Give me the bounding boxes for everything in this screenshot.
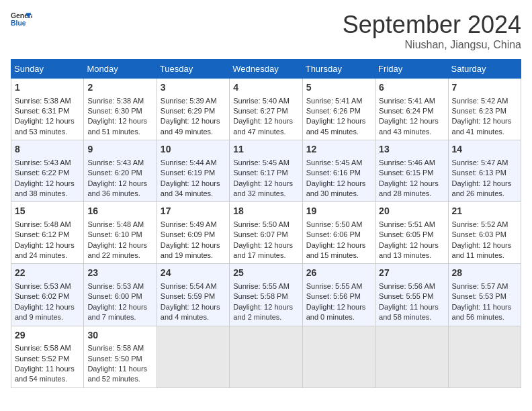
cell-info-line: and 47 minutes.: [233, 127, 298, 137]
day-number: 1: [15, 81, 80, 95]
cell-info-line: Sunrise: 5:48 AM: [15, 220, 80, 230]
svg-text:Blue: Blue: [11, 19, 26, 27]
calendar-cell: [302, 326, 375, 387]
cell-info-line: Sunrise: 5:54 AM: [161, 281, 226, 291]
cell-info-line: Sunset: 6:09 PM: [161, 230, 226, 240]
cell-info-line: Daylight: 12 hours: [306, 302, 371, 312]
calendar-cell: 9Sunrise: 5:43 AMSunset: 6:20 PMDaylight…: [84, 140, 157, 202]
cell-info-line: Daylight: 12 hours: [452, 116, 517, 126]
cell-info-line: Sunset: 5:53 PM: [452, 291, 517, 302]
cell-info-line: and 38 minutes.: [15, 189, 80, 199]
cell-info-line: Sunset: 6:02 PM: [15, 291, 80, 302]
cell-info-line: and 52 minutes.: [87, 374, 152, 384]
cell-info-line: Sunset: 6:15 PM: [379, 168, 444, 178]
calendar-cell: 21Sunrise: 5:52 AMSunset: 6:03 PMDayligh…: [448, 202, 521, 264]
cell-info-line: Sunset: 6:06 PM: [306, 230, 371, 240]
cell-info-line: Daylight: 12 hours: [379, 179, 444, 189]
cell-info-line: and 24 minutes.: [15, 250, 80, 261]
day-number: 27: [379, 267, 444, 280]
col-header-wednesday: Wednesday: [230, 60, 302, 79]
cell-info-line: Sunrise: 5:46 AM: [379, 158, 444, 168]
cell-info-line: Sunrise: 5:50 AM: [233, 220, 298, 230]
cell-info-line: Sunrise: 5:49 AM: [161, 220, 226, 230]
cell-info-line: and 53 minutes.: [15, 127, 80, 137]
logo: General Blue: [11, 11, 32, 27]
cell-info-line: Sunrise: 5:51 AM: [379, 220, 444, 230]
cell-info-line: Sunrise: 5:52 AM: [452, 220, 517, 230]
day-number: 15: [15, 205, 80, 218]
cell-info-line: Sunrise: 5:39 AM: [161, 96, 226, 106]
day-number: 26: [306, 267, 371, 280]
cell-info-line: Sunrise: 5:42 AM: [452, 96, 517, 106]
calendar-cell: 11Sunrise: 5:45 AMSunset: 6:17 PMDayligh…: [230, 140, 302, 202]
calendar-cell: [448, 326, 521, 387]
calendar-cell: 7Sunrise: 5:42 AMSunset: 6:23 PMDaylight…: [448, 79, 521, 140]
cell-info-line: Sunset: 6:20 PM: [87, 168, 152, 178]
calendar-cell: 14Sunrise: 5:47 AMSunset: 6:13 PMDayligh…: [448, 140, 521, 202]
day-number: 3: [161, 81, 226, 95]
cell-info-line: Sunrise: 5:38 AM: [15, 96, 80, 106]
cell-info-line: Sunset: 6:13 PM: [452, 168, 517, 178]
page-header: General Blue September 2024 Niushan, Jia…: [11, 11, 521, 51]
cell-info-line: Sunrise: 5:48 AM: [87, 220, 152, 230]
cell-info-line: Sunrise: 5:40 AM: [233, 96, 298, 106]
cell-info-line: Sunset: 6:26 PM: [306, 106, 371, 116]
cell-info-line: and 36 minutes.: [87, 189, 152, 199]
cell-info-line: and 43 minutes.: [379, 127, 444, 137]
cell-info-line: Daylight: 12 hours: [15, 116, 80, 126]
cell-info-line: Sunrise: 5:58 AM: [87, 343, 152, 353]
cell-info-line: Sunrise: 5:53 AM: [15, 281, 80, 291]
day-number: 10: [161, 143, 226, 156]
cell-info-line: Daylight: 11 hours: [15, 364, 80, 374]
cell-info-line: and 22 minutes.: [87, 250, 152, 261]
day-number: 17: [161, 205, 226, 218]
calendar-cell: 6Sunrise: 5:41 AMSunset: 6:24 PMDaylight…: [375, 79, 448, 140]
cell-info-line: Sunset: 5:50 PM: [87, 354, 152, 364]
cell-info-line: Sunset: 5:56 PM: [306, 291, 371, 302]
calendar-cell: 1Sunrise: 5:38 AMSunset: 6:31 PMDaylight…: [11, 79, 84, 140]
cell-info-line: and 30 minutes.: [306, 189, 371, 199]
cell-info-line: and 7 minutes.: [87, 312, 152, 322]
day-number: 21: [452, 205, 517, 218]
calendar-cell: [230, 326, 302, 387]
cell-info-line: Sunrise: 5:38 AM: [87, 96, 152, 106]
month-title: September 2024: [343, 11, 521, 39]
cell-info-line: Sunset: 6:07 PM: [233, 230, 298, 240]
cell-info-line: Sunset: 6:17 PM: [233, 168, 298, 178]
cell-info-line: Sunrise: 5:44 AM: [161, 158, 226, 168]
cell-info-line: and 28 minutes.: [379, 189, 444, 199]
calendar-cell: 10Sunrise: 5:44 AMSunset: 6:19 PMDayligh…: [157, 140, 229, 202]
cell-info-line: Sunset: 5:59 PM: [161, 291, 226, 302]
day-number: 24: [161, 267, 226, 280]
calendar-cell: [157, 326, 229, 387]
cell-info-line: Sunset: 6:12 PM: [15, 230, 80, 240]
day-number: 16: [87, 205, 152, 218]
cell-info-line: Sunset: 6:05 PM: [379, 230, 444, 240]
day-number: 23: [87, 267, 152, 280]
cell-info-line: and 45 minutes.: [306, 127, 371, 137]
calendar-cell: 17Sunrise: 5:49 AMSunset: 6:09 PMDayligh…: [157, 202, 229, 264]
cell-info-line: Daylight: 12 hours: [87, 116, 152, 126]
cell-info-line: Daylight: 12 hours: [233, 116, 298, 126]
calendar-cell: 30Sunrise: 5:58 AMSunset: 5:50 PMDayligh…: [84, 326, 157, 387]
day-number: 6: [379, 81, 444, 95]
calendar-cell: 3Sunrise: 5:39 AMSunset: 6:29 PMDaylight…: [157, 79, 229, 140]
cell-info-line: and 54 minutes.: [15, 374, 80, 384]
cell-info-line: Sunrise: 5:41 AM: [379, 96, 444, 106]
col-header-friday: Friday: [375, 60, 448, 79]
cell-info-line: and 26 minutes.: [452, 189, 517, 199]
cell-info-line: and 15 minutes.: [306, 250, 371, 261]
day-number: 13: [379, 143, 444, 156]
cell-info-line: Sunrise: 5:50 AM: [306, 220, 371, 230]
calendar-cell: 28Sunrise: 5:57 AMSunset: 5:53 PMDayligh…: [448, 264, 521, 326]
calendar-cell: 27Sunrise: 5:56 AMSunset: 5:55 PMDayligh…: [375, 264, 448, 326]
cell-info-line: Daylight: 12 hours: [306, 240, 371, 250]
cell-info-line: Sunrise: 5:45 AM: [306, 158, 371, 168]
calendar-cell: 8Sunrise: 5:43 AMSunset: 6:22 PMDaylight…: [11, 140, 84, 202]
cell-info-line: Sunrise: 5:47 AM: [452, 158, 517, 168]
day-number: 22: [15, 267, 80, 280]
cell-info-line: Sunset: 6:24 PM: [379, 106, 444, 116]
cell-info-line: and 0 minutes.: [306, 312, 371, 322]
day-number: 29: [15, 329, 80, 342]
calendar-cell: [375, 326, 448, 387]
